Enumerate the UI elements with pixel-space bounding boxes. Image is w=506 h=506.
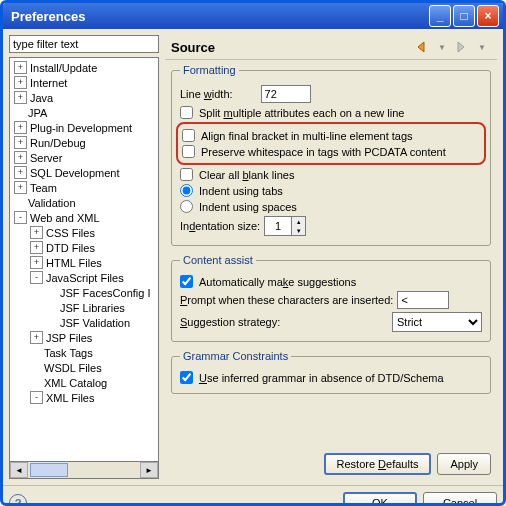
tree-item[interactable]: +Team	[10, 180, 158, 195]
collapse-icon[interactable]: -	[14, 211, 27, 224]
left-pane: +Install/Update+Internet+JavaJPA+Plug-in…	[9, 35, 159, 479]
tree-item[interactable]: XML Catalog	[10, 375, 158, 390]
tree-item-label: Run/Debug	[30, 137, 86, 149]
tree-item-label: Internet	[30, 77, 67, 89]
tree-item[interactable]: JSF Validation	[10, 315, 158, 330]
tree-item[interactable]: +Java	[10, 90, 158, 105]
tree-item-label: JSF Libraries	[60, 302, 125, 314]
page-header: Source ▼ ▼	[165, 35, 497, 60]
tree-item-label: Install/Update	[30, 62, 97, 74]
expand-icon[interactable]: +	[14, 121, 27, 134]
align-final-checkbox[interactable]: Align final bracket in multi-line elemen…	[182, 129, 413, 142]
tree-item-label: CSS Files	[46, 227, 95, 239]
tree-spacer	[46, 317, 57, 328]
scroll-thumb[interactable]	[30, 463, 68, 477]
indent-size-stepper[interactable]: ▲▼	[264, 216, 306, 236]
cancel-button[interactable]: Cancel	[423, 492, 497, 506]
tree-item[interactable]: +CSS Files	[10, 225, 158, 240]
minimize-button[interactable]: _	[429, 5, 451, 27]
tree-item[interactable]: +HTML Files	[10, 255, 158, 270]
collapse-icon[interactable]: -	[30, 271, 43, 284]
formatting-legend: Formatting	[180, 64, 239, 76]
expand-icon[interactable]: +	[14, 151, 27, 164]
expand-icon[interactable]: +	[30, 226, 43, 239]
use-inferred-checkbox[interactable]: Use inferred grammar in absence of DTD/S…	[180, 371, 444, 384]
tree-spacer	[30, 377, 41, 388]
expand-icon[interactable]: +	[14, 91, 27, 104]
tree-item[interactable]: +JSP Files	[10, 330, 158, 345]
highlighted-options: Align final bracket in multi-line elemen…	[176, 122, 486, 165]
scroll-right-icon[interactable]: ►	[140, 462, 158, 478]
page-button-row: Restore Defaults Apply	[165, 449, 497, 479]
line-width-input[interactable]	[261, 85, 311, 103]
expand-icon[interactable]: +	[14, 166, 27, 179]
nav-forward-icon[interactable]	[453, 39, 471, 55]
expand-icon[interactable]: +	[30, 241, 43, 254]
tree-item[interactable]: +Run/Debug	[10, 135, 158, 150]
expand-icon[interactable]: +	[30, 256, 43, 269]
close-button[interactable]: ×	[477, 5, 499, 27]
tree-item-label: Web and XML	[30, 212, 100, 224]
indent-size-label: Indentation size:	[180, 220, 260, 232]
ok-button[interactable]: OK	[343, 492, 417, 506]
tree-item[interactable]: +Server	[10, 150, 158, 165]
tree-item[interactable]: Validation	[10, 195, 158, 210]
apply-button[interactable]: Apply	[437, 453, 491, 475]
tree-item-label: Task Tags	[44, 347, 93, 359]
expand-icon[interactable]: +	[30, 331, 43, 344]
tree-item-label: JSP Files	[46, 332, 92, 344]
indent-size-input[interactable]	[265, 217, 291, 235]
tree-item-label: JavaScript Files	[46, 272, 124, 284]
grammar-group: Grammar Constraints Use inferred grammar…	[171, 350, 491, 394]
nav-back-icon[interactable]	[413, 39, 431, 55]
preferences-window: Preferences _ □ × +Install/Update+Intern…	[0, 0, 506, 506]
strategy-select[interactable]: Strict	[392, 312, 482, 332]
preserve-ws-checkbox[interactable]: Preserve whitespace in tags with PCDATA …	[182, 145, 446, 158]
tree-item[interactable]: Task Tags	[10, 345, 158, 360]
tree-item[interactable]: +DTD Files	[10, 240, 158, 255]
tree-item[interactable]: WSDL Files	[10, 360, 158, 375]
tree-item[interactable]: JPA	[10, 105, 158, 120]
stepper-down-icon[interactable]: ▼	[291, 226, 305, 235]
expand-icon[interactable]: +	[14, 181, 27, 194]
indent-tabs-radio[interactable]: Indent using tabs	[180, 184, 283, 197]
collapse-icon[interactable]: -	[30, 391, 43, 404]
window-title: Preferences	[11, 9, 427, 24]
restore-defaults-button[interactable]: Restore Defaults	[324, 453, 432, 475]
strategy-label: Suggestion strategy:	[180, 316, 280, 328]
split-attrs-checkbox[interactable]: Split multiple attributes each on a new …	[180, 106, 404, 119]
indent-spaces-radio[interactable]: Indent using spaces	[180, 200, 297, 213]
formatting-group: Formatting Line width: Split multiple at…	[171, 64, 491, 246]
auto-suggest-checkbox[interactable]: Automatically make suggestions	[180, 275, 356, 288]
prompt-chars-input[interactable]	[397, 291, 449, 309]
clear-blank-checkbox[interactable]: Clear all blank lines	[180, 168, 294, 181]
line-width-label: Line width:	[180, 88, 233, 100]
titlebar[interactable]: Preferences _ □ ×	[3, 3, 503, 29]
tree-item[interactable]: +SQL Development	[10, 165, 158, 180]
tree-item[interactable]: JSF Libraries	[10, 300, 158, 315]
tree-item[interactable]: -XML Files	[10, 390, 158, 405]
dialog-footer: ? OK Cancel	[3, 485, 503, 506]
preferences-tree[interactable]: +Install/Update+Internet+JavaJPA+Plug-in…	[9, 57, 159, 462]
tree-item[interactable]: -Web and XML	[10, 210, 158, 225]
nav-back-menu-icon[interactable]: ▼	[433, 39, 451, 55]
tree-item[interactable]: JSF FacesConfig I	[10, 285, 158, 300]
expand-icon[interactable]: +	[14, 61, 27, 74]
maximize-button[interactable]: □	[453, 5, 475, 27]
tree-item-label: Team	[30, 182, 57, 194]
nav-forward-menu-icon[interactable]: ▼	[473, 39, 491, 55]
scroll-left-icon[interactable]: ◄	[10, 462, 28, 478]
expand-icon[interactable]: +	[14, 136, 27, 149]
stepper-up-icon[interactable]: ▲	[291, 217, 305, 226]
tree-item-label: Java	[30, 92, 53, 104]
filter-input[interactable]	[9, 35, 159, 53]
tree-item[interactable]: +Plug-in Development	[10, 120, 158, 135]
tree-spacer	[30, 347, 41, 358]
tree-item[interactable]: +Internet	[10, 75, 158, 90]
tree-item[interactable]: -JavaScript Files	[10, 270, 158, 285]
tree-spacer	[30, 362, 41, 373]
tree-item[interactable]: +Install/Update	[10, 60, 158, 75]
expand-icon[interactable]: +	[14, 76, 27, 89]
help-icon[interactable]: ?	[9, 494, 27, 506]
tree-hscrollbar[interactable]: ◄ ►	[9, 462, 159, 479]
